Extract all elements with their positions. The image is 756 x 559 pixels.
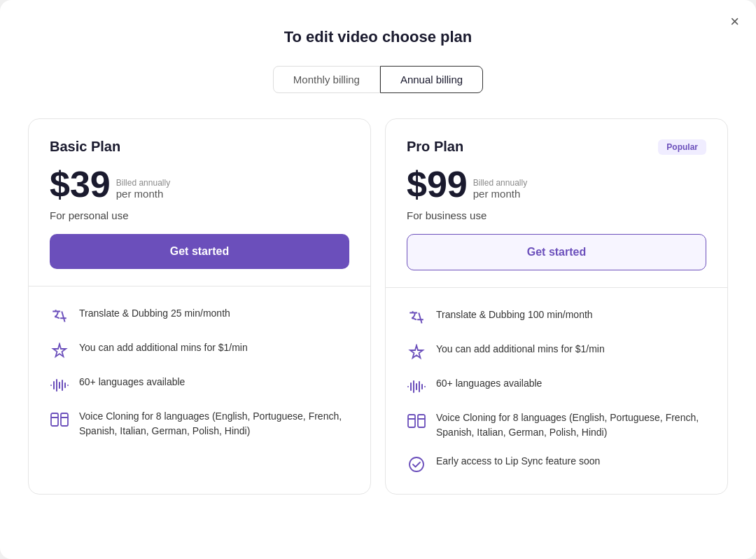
pro-plan-price: $99 [407, 166, 468, 202]
basic-plan-features: Translate & Dubbing 25 min/month You can… [29, 287, 370, 458]
pro-feature-translate: Translate & Dubbing 100 min/month [407, 308, 706, 328]
svg-rect-7 [51, 413, 58, 426]
close-button[interactable]: × [730, 14, 739, 29]
basic-feature-additional-text: You can add additional mins for $1/min [79, 340, 248, 355]
pro-feature-languages-text: 60+ languages available [436, 376, 542, 391]
basic-feature-voice-cloning-text: Voice Cloning for 8 languages (English, … [79, 409, 349, 439]
basic-plan-header: Basic Plan $39 Billed annually per month… [29, 119, 370, 287]
clone-icon [407, 411, 426, 431]
waveform-icon [407, 377, 426, 396]
clone-icon [50, 410, 69, 429]
pro-plan-subtitle: For business use [407, 209, 706, 221]
pro-feature-additional-text: You can add additional mins for $1/min [436, 342, 605, 357]
sparkle-icon [407, 343, 426, 362]
pro-plan-header: Pro Plan Popular $99 Billed annually per… [386, 119, 727, 288]
pro-plan-card: Pro Plan Popular $99 Billed annually per… [385, 118, 728, 495]
pro-plan-name: Pro Plan [407, 139, 463, 155]
pro-feature-lip-sync: Early access to Lip Sync feature soon [407, 454, 706, 474]
basic-feature-translate-text: Translate & Dubbing 25 min/month [79, 306, 230, 321]
waveform-icon [50, 375, 69, 395]
pro-feature-voice-cloning-text: Voice Cloning for 8 languages (English, … [436, 410, 706, 440]
pro-feature-translate-text: Translate & Dubbing 100 min/month [436, 308, 593, 322]
popular-badge: Popular [658, 139, 706, 155]
translate-icon [50, 307, 69, 326]
monthly-billing-tab[interactable]: Monthly billing [273, 66, 380, 93]
basic-plan-name: Basic Plan [50, 139, 120, 155]
pro-feature-languages: 60+ languages available [407, 376, 706, 396]
svg-rect-18 [408, 415, 415, 427]
basic-feature-languages-text: 60+ languages available [79, 375, 185, 389]
pro-billed-annually: Billed annually [473, 178, 527, 188]
pro-feature-additional: You can add additional mins for $1/min [407, 342, 706, 362]
billing-toggle: Monthly billing Annual billing [21, 66, 735, 93]
pro-per-month: per month [473, 188, 527, 200]
plans-container: Basic Plan $39 Billed annually per month… [21, 118, 735, 495]
pricing-modal: × To edit video choose plan Monthly bill… [0, 0, 756, 559]
basic-plan-subtitle: For personal use [50, 209, 349, 221]
basic-feature-languages: 60+ languages available [50, 375, 349, 395]
basic-feature-voice-cloning: Voice Cloning for 8 languages (English, … [50, 409, 349, 439]
annual-billing-tab[interactable]: Annual billing [380, 66, 483, 93]
check-circle-icon [407, 455, 426, 474]
translate-icon [407, 308, 426, 328]
pro-feature-lip-sync-text: Early access to Lip Sync feature soon [436, 454, 600, 469]
basic-feature-additional: You can add additional mins for $1/min [50, 340, 349, 361]
pro-plan-features: Translate & Dubbing 100 min/month You ca… [386, 288, 727, 494]
basic-get-started-button[interactable]: Get started [50, 234, 349, 269]
sparkle-icon [50, 341, 69, 361]
pro-feature-voice-cloning: Voice Cloning for 8 languages (English, … [407, 410, 706, 440]
basic-plan-price: $39 [50, 166, 111, 202]
svg-rect-19 [418, 415, 425, 427]
basic-per-month: per month [116, 188, 170, 200]
pro-get-started-button[interactable]: Get started [407, 234, 706, 270]
svg-rect-8 [61, 413, 68, 426]
basic-billed-annually: Billed annually [116, 178, 170, 188]
modal-title: To edit video choose plan [21, 28, 735, 46]
svg-point-22 [410, 457, 424, 471]
basic-plan-card: Basic Plan $39 Billed annually per month… [28, 118, 371, 495]
basic-feature-translate: Translate & Dubbing 25 min/month [50, 306, 349, 326]
